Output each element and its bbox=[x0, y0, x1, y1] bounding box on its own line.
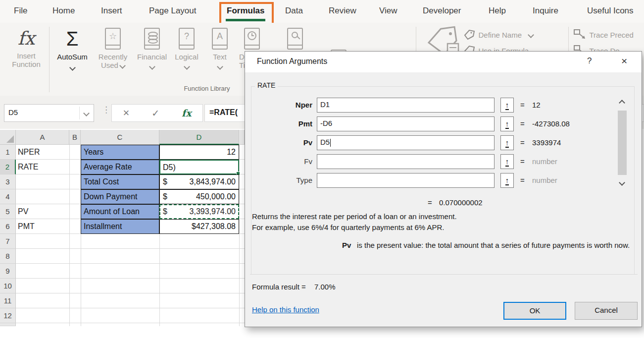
select-all-button[interactable] bbox=[0, 130, 16, 145]
tab-home[interactable]: Home bbox=[52, 6, 75, 16]
tab-formulas[interactable]: Formulas bbox=[227, 6, 265, 16]
autosum-button[interactable]: Σ AutoSum bbox=[52, 25, 92, 79]
cell-d3[interactable]: $3,843,974.00 bbox=[159, 174, 239, 189]
row-header-10[interactable]: 10 bbox=[0, 279, 16, 293]
collapse-dialog-button[interactable]: ↑ bbox=[500, 173, 514, 188]
book-question-icon: ? bbox=[179, 28, 195, 50]
row-header-9[interactable]: 9 bbox=[0, 264, 16, 279]
scroll-up-icon[interactable] bbox=[619, 100, 625, 106]
field-result-pv: 3393974 bbox=[532, 135, 561, 150]
name-box-value: D5 bbox=[8, 108, 18, 116]
tab-developer[interactable]: Developer bbox=[423, 6, 461, 16]
cell-d1[interactable]: 12 bbox=[159, 145, 239, 160]
cell-a2[interactable]: RATE bbox=[18, 160, 67, 174]
column-header-b[interactable]: B bbox=[69, 130, 81, 145]
tab-page-layout[interactable]: Page Layout bbox=[149, 6, 196, 16]
logical-label: Logical bbox=[169, 53, 204, 61]
column-header-a[interactable]: A bbox=[16, 130, 69, 145]
currency-symbol: $ bbox=[163, 205, 167, 218]
dialog-help-icon[interactable]: ? bbox=[587, 56, 592, 66]
cell-c4[interactable]: Down Payment bbox=[81, 189, 159, 204]
name-box[interactable]: D5 bbox=[4, 104, 94, 122]
chevron-down-icon bbox=[119, 62, 126, 69]
column-header-e-sliver[interactable] bbox=[239, 130, 245, 145]
row-header-6[interactable]: 6 bbox=[0, 219, 16, 234]
tab-insert[interactable]: Insert bbox=[101, 6, 122, 16]
cell-c2[interactable]: Average Rate bbox=[81, 160, 159, 174]
row-header-12[interactable]: 12 bbox=[0, 308, 16, 323]
dialog-title-bar[interactable]: Function Arguments ? × bbox=[245, 52, 642, 72]
cancel-entry-icon[interactable]: × bbox=[123, 107, 129, 119]
field-input-fv[interactable] bbox=[317, 154, 495, 169]
insert-function-fx-icon[interactable]: fx bbox=[182, 108, 192, 118]
cell-d4[interactable]: $450,000.00 bbox=[159, 189, 239, 204]
function-description-line1: Returns the interest rate per period of … bbox=[252, 211, 457, 222]
tab-data[interactable]: Data bbox=[285, 6, 303, 16]
text-button[interactable]: A Text bbox=[205, 28, 234, 71]
tab-review[interactable]: Review bbox=[329, 6, 356, 16]
equals-sign: = bbox=[520, 116, 525, 131]
enter-entry-icon[interactable]: ✓ bbox=[151, 108, 159, 119]
cell-a1[interactable]: NPER bbox=[18, 145, 67, 159]
help-on-function-link[interactable]: Help on this function bbox=[252, 305, 319, 314]
collapse-dialog-button[interactable]: ↑ bbox=[500, 135, 514, 150]
recently-used-button[interactable]: ☆ Recently Used bbox=[93, 28, 133, 69]
row-header-7[interactable]: 7 bbox=[0, 234, 16, 249]
dialog-close-icon[interactable]: × bbox=[621, 55, 627, 67]
cell-d2-editing[interactable]: D5) bbox=[159, 160, 239, 174]
define-name-button[interactable]: Define Name bbox=[463, 29, 533, 42]
field-input-nper[interactable]: D1 bbox=[317, 98, 495, 113]
tab-inquire[interactable]: Inquire bbox=[533, 6, 558, 16]
row-header-2[interactable]: 2 bbox=[0, 160, 16, 174]
row-header-3[interactable]: 3 bbox=[0, 174, 16, 189]
tag-icon bbox=[463, 29, 476, 41]
financial-button[interactable]: Financial bbox=[133, 28, 171, 71]
book-clock-icon bbox=[244, 28, 260, 50]
chevron-down-icon[interactable] bbox=[83, 110, 90, 116]
cell-a5[interactable]: PV bbox=[18, 205, 67, 219]
tab-view[interactable]: View bbox=[379, 6, 397, 16]
book-star-icon: ☆ bbox=[105, 28, 121, 50]
field-input-pmt[interactable]: -D6 bbox=[317, 116, 495, 131]
equals-sign: = bbox=[520, 98, 525, 113]
dialog-scrollbar[interactable] bbox=[617, 98, 627, 189]
row-header-4[interactable]: 4 bbox=[0, 189, 16, 204]
cell-c1[interactable]: Years bbox=[81, 145, 159, 160]
collapse-dialog-button[interactable]: ↑ bbox=[500, 154, 514, 169]
column-header-c[interactable]: C bbox=[81, 130, 159, 145]
book-magnifier-icon[interactable] bbox=[287, 28, 303, 50]
formula-bar-handle[interactable]: ⋮ bbox=[102, 107, 106, 113]
cancel-button[interactable]: Cancel bbox=[575, 302, 638, 320]
trace-precedents-button[interactable]: Trace Preced bbox=[573, 29, 644, 42]
currency-symbol: $ bbox=[163, 175, 167, 189]
field-result-pmt: -427308.08 bbox=[532, 116, 570, 131]
row-header-1[interactable]: 1 bbox=[0, 145, 16, 160]
cell-c3[interactable]: Total Cost bbox=[81, 174, 159, 189]
tab-useful-icons[interactable]: Useful Icons bbox=[587, 6, 634, 16]
scrollbar-thumb[interactable] bbox=[618, 111, 627, 175]
row-header-8[interactable]: 8 bbox=[0, 249, 16, 264]
cell-d6[interactable]: $427,308.08 bbox=[159, 219, 239, 234]
cell-a6[interactable]: PMT bbox=[18, 220, 67, 233]
collapse-dialog-button[interactable]: ↑ bbox=[500, 98, 514, 113]
logical-button[interactable]: ? Logical bbox=[169, 28, 204, 71]
tab-help[interactable]: Help bbox=[489, 6, 506, 16]
cell-c6[interactable]: Installment bbox=[81, 219, 159, 234]
insert-function-button[interactable]: fx Insert Function bbox=[6, 26, 47, 79]
overall-result: 0.070000002 bbox=[439, 195, 483, 210]
column-header-d[interactable]: D bbox=[159, 130, 239, 145]
row-header-11[interactable]: 11 bbox=[0, 293, 16, 308]
collapse-dialog-button[interactable]: ↑ bbox=[500, 116, 514, 131]
text-label: Text bbox=[205, 53, 234, 61]
field-input-pv[interactable]: D5 bbox=[317, 135, 495, 150]
cell-d5-marching-ants[interactable]: $3,393,974.00 bbox=[159, 204, 239, 219]
field-input-type[interactable] bbox=[317, 173, 495, 188]
arg-help-term: Pv bbox=[342, 240, 351, 251]
row-header-5[interactable]: 5 bbox=[0, 204, 16, 219]
ok-button[interactable]: OK bbox=[503, 302, 566, 320]
equals-sign: = bbox=[520, 135, 525, 150]
field-label-pmt: Pmt bbox=[245, 116, 312, 131]
cell-c5[interactable]: Amount of Loan bbox=[81, 204, 159, 219]
scroll-down-icon[interactable] bbox=[619, 179, 625, 186]
tab-file[interactable]: File bbox=[14, 6, 27, 16]
